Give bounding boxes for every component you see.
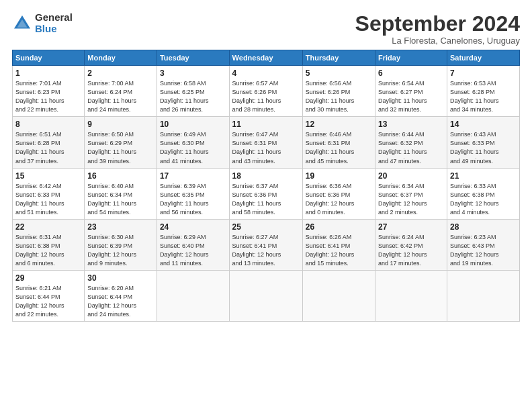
day-number: 16	[87, 171, 154, 181]
col-wednesday: Wednesday	[229, 50, 302, 66]
day-info: Sunrise: 6:40 AMSunset: 6:34 PMDaylight:…	[87, 182, 154, 217]
day-info: Sunrise: 6:49 AMSunset: 6:30 PMDaylight:…	[160, 130, 226, 165]
day-number: 12	[306, 120, 372, 129]
table-row: 26Sunrise: 6:26 AMSunset: 6:41 PMDayligh…	[302, 219, 375, 270]
day-number: 17	[160, 171, 226, 181]
day-info: Sunrise: 6:53 AMSunset: 6:28 PMDaylight:…	[450, 79, 517, 114]
table-row: 21Sunrise: 6:33 AMSunset: 6:38 PMDayligh…	[447, 168, 519, 219]
logo-general: General	[35, 12, 73, 24]
day-number: 9	[87, 120, 154, 129]
day-number: 13	[378, 120, 444, 129]
table-row: 28Sunrise: 6:23 AMSunset: 6:43 PMDayligh…	[447, 219, 519, 270]
table-row	[229, 270, 302, 321]
table-row: 17Sunrise: 6:39 AMSunset: 6:35 PMDayligh…	[157, 168, 229, 219]
table-row: 16Sunrise: 6:40 AMSunset: 6:34 PMDayligh…	[85, 168, 157, 219]
logo-icon	[12, 13, 32, 34]
table-row	[302, 270, 375, 321]
table-row	[375, 270, 447, 321]
day-info: Sunrise: 6:34 AMSunset: 6:37 PMDaylight:…	[378, 182, 444, 217]
day-info: Sunrise: 7:00 AMSunset: 6:24 PMDaylight:…	[87, 79, 154, 114]
table-row: 1Sunrise: 7:01 AMSunset: 6:23 PMDaylight…	[13, 66, 85, 117]
table-row: 13Sunrise: 6:44 AMSunset: 6:32 PMDayligh…	[375, 117, 447, 168]
col-saturday: Saturday	[447, 50, 519, 66]
day-number: 24	[160, 222, 226, 232]
table-row	[447, 270, 519, 321]
day-info: Sunrise: 6:47 AMSunset: 6:31 PMDaylight:…	[232, 130, 300, 165]
table-row: 3Sunrise: 6:58 AMSunset: 6:25 PMDaylight…	[157, 66, 229, 117]
table-row: 4Sunrise: 6:57 AMSunset: 6:26 PMDaylight…	[229, 66, 302, 117]
col-thursday: Thursday	[302, 50, 375, 66]
day-info: Sunrise: 6:39 AMSunset: 6:35 PMDaylight:…	[160, 182, 226, 217]
day-info: Sunrise: 6:26 AMSunset: 6:41 PMDaylight:…	[306, 233, 372, 268]
table-row: 7Sunrise: 6:53 AMSunset: 6:28 PMDaylight…	[447, 66, 519, 117]
day-info: Sunrise: 7:01 AMSunset: 6:23 PMDaylight:…	[15, 79, 81, 114]
col-friday: Friday	[375, 50, 447, 66]
day-number: 25	[232, 222, 300, 232]
day-info: Sunrise: 6:23 AMSunset: 6:43 PMDaylight:…	[450, 233, 517, 268]
table-row: 27Sunrise: 6:24 AMSunset: 6:42 PMDayligh…	[375, 219, 447, 270]
day-number: 26	[306, 222, 372, 232]
col-sunday: Sunday	[13, 50, 85, 66]
day-number: 11	[232, 120, 300, 129]
title-block: September 2024 La Floresta, Canelones, U…	[355, 12, 520, 46]
day-number: 14	[450, 120, 517, 129]
day-number: 30	[87, 273, 154, 283]
logo-blue: Blue	[35, 24, 73, 35]
table-row	[157, 270, 229, 321]
day-number: 3	[160, 68, 226, 78]
day-number: 4	[232, 68, 300, 78]
calendar-week-5: 29Sunrise: 6:21 AMSunset: 6:44 PMDayligh…	[13, 270, 520, 321]
day-info: Sunrise: 6:20 AMSunset: 6:44 PMDaylight:…	[87, 284, 154, 319]
month-title: September 2024	[355, 12, 520, 36]
calendar-week-4: 22Sunrise: 6:31 AMSunset: 6:38 PMDayligh…	[13, 219, 520, 270]
day-number: 2	[87, 68, 154, 78]
table-row: 30Sunrise: 6:20 AMSunset: 6:44 PMDayligh…	[85, 270, 157, 321]
day-number: 6	[378, 68, 444, 78]
day-info: Sunrise: 6:50 AMSunset: 6:29 PMDaylight:…	[87, 130, 154, 165]
day-info: Sunrise: 6:33 AMSunset: 6:38 PMDaylight:…	[450, 182, 517, 217]
table-row: 24Sunrise: 6:29 AMSunset: 6:40 PMDayligh…	[157, 219, 229, 270]
table-row: 14Sunrise: 6:43 AMSunset: 6:33 PMDayligh…	[447, 117, 519, 168]
day-info: Sunrise: 6:58 AMSunset: 6:25 PMDaylight:…	[160, 79, 226, 114]
table-row: 8Sunrise: 6:51 AMSunset: 6:28 PMDaylight…	[13, 117, 85, 168]
table-row: 18Sunrise: 6:37 AMSunset: 6:36 PMDayligh…	[229, 168, 302, 219]
day-info: Sunrise: 6:29 AMSunset: 6:40 PMDaylight:…	[160, 233, 226, 268]
day-number: 29	[15, 273, 81, 283]
table-row: 2Sunrise: 7:00 AMSunset: 6:24 PMDaylight…	[85, 66, 157, 117]
day-info: Sunrise: 6:43 AMSunset: 6:33 PMDaylight:…	[450, 130, 517, 165]
day-number: 20	[378, 171, 444, 181]
table-row: 19Sunrise: 6:36 AMSunset: 6:36 PMDayligh…	[302, 168, 375, 219]
day-number: 19	[306, 171, 372, 181]
logo: General Blue	[12, 12, 73, 34]
day-number: 7	[450, 68, 517, 78]
col-tuesday: Tuesday	[157, 50, 229, 66]
calendar-week-3: 15Sunrise: 6:42 AMSunset: 6:33 PMDayligh…	[13, 168, 520, 219]
day-number: 18	[232, 171, 300, 181]
table-row: 22Sunrise: 6:31 AMSunset: 6:38 PMDayligh…	[13, 219, 85, 270]
location-subtitle: La Floresta, Canelones, Uruguay	[355, 36, 520, 46]
table-row: 5Sunrise: 6:56 AMSunset: 6:26 PMDaylight…	[302, 66, 375, 117]
day-number: 1	[15, 68, 81, 78]
page: General Blue September 2024 La Floresta,…	[0, 0, 532, 411]
header: General Blue September 2024 La Floresta,…	[12, 12, 520, 46]
day-number: 10	[160, 120, 226, 129]
calendar-week-2: 8Sunrise: 6:51 AMSunset: 6:28 PMDaylight…	[13, 117, 520, 168]
day-info: Sunrise: 6:57 AMSunset: 6:26 PMDaylight:…	[232, 79, 300, 114]
logo-text: General Blue	[35, 12, 73, 34]
day-info: Sunrise: 6:44 AMSunset: 6:32 PMDaylight:…	[378, 130, 444, 165]
table-row: 15Sunrise: 6:42 AMSunset: 6:33 PMDayligh…	[13, 168, 85, 219]
table-row: 25Sunrise: 6:27 AMSunset: 6:41 PMDayligh…	[229, 219, 302, 270]
day-info: Sunrise: 6:56 AMSunset: 6:26 PMDaylight:…	[306, 79, 372, 114]
day-info: Sunrise: 6:54 AMSunset: 6:27 PMDaylight:…	[378, 79, 444, 114]
day-info: Sunrise: 6:51 AMSunset: 6:28 PMDaylight:…	[15, 130, 81, 165]
day-info: Sunrise: 6:36 AMSunset: 6:36 PMDaylight:…	[306, 182, 372, 217]
day-number: 28	[450, 222, 517, 232]
table-row: 12Sunrise: 6:46 AMSunset: 6:31 PMDayligh…	[302, 117, 375, 168]
day-number: 15	[15, 171, 81, 181]
table-row: 10Sunrise: 6:49 AMSunset: 6:30 PMDayligh…	[157, 117, 229, 168]
calendar-table: Sunday Monday Tuesday Wednesday Thursday…	[12, 50, 520, 322]
table-row: 11Sunrise: 6:47 AMSunset: 6:31 PMDayligh…	[229, 117, 302, 168]
table-row: 23Sunrise: 6:30 AMSunset: 6:39 PMDayligh…	[85, 219, 157, 270]
day-number: 8	[15, 120, 81, 129]
day-number: 21	[450, 171, 517, 181]
